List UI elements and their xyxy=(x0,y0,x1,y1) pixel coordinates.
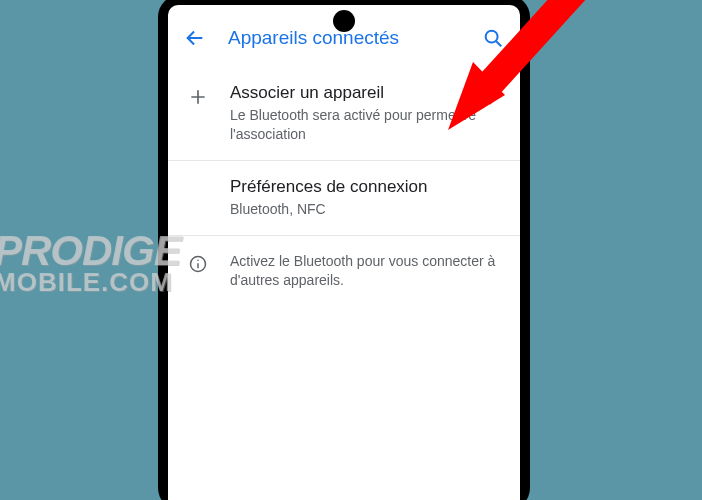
row-pair-title: Associer un appareil xyxy=(230,83,502,103)
watermark-line1: PRODIGE xyxy=(0,232,181,271)
camera-notch xyxy=(333,10,355,32)
search-icon xyxy=(482,27,504,49)
row-prefs-subtitle: Bluetooth, NFC xyxy=(230,200,502,219)
row-pair-text: Associer un appareil Le Bluetooth sera a… xyxy=(230,83,502,144)
plus-icon xyxy=(188,87,208,107)
arrow-left-icon xyxy=(184,27,206,49)
svg-line-2 xyxy=(496,41,501,46)
watermark: PRODIGE MOBILE.COM xyxy=(0,232,181,295)
row-prefs-title: Préférences de connexion xyxy=(230,177,502,197)
svg-point-1 xyxy=(486,31,498,43)
svg-point-7 xyxy=(197,259,199,261)
info-text: Activez le Bluetooth pour vous connecter… xyxy=(230,252,502,291)
plus-icon-wrap xyxy=(186,87,210,107)
info-row: Activez le Bluetooth pour vous connecter… xyxy=(168,236,520,307)
phone-screen: Appareils connectés Associer un appareil… xyxy=(168,5,520,500)
info-icon xyxy=(188,254,208,274)
row-prefs-text: Préférences de connexion Bluetooth, NFC xyxy=(230,177,502,219)
row-pair-device[interactable]: Associer un appareil Le Bluetooth sera a… xyxy=(168,67,520,161)
search-button[interactable] xyxy=(482,27,504,49)
info-icon-wrap xyxy=(186,254,210,274)
row-pair-subtitle: Le Bluetooth sera activé pour permettre … xyxy=(230,106,502,144)
row-connection-prefs[interactable]: Préférences de connexion Bluetooth, NFC xyxy=(168,161,520,236)
watermark-line2: MOBILE.COM xyxy=(0,271,181,295)
phone-frame: Appareils connectés Associer un appareil… xyxy=(158,0,530,500)
back-button[interactable] xyxy=(184,27,206,49)
